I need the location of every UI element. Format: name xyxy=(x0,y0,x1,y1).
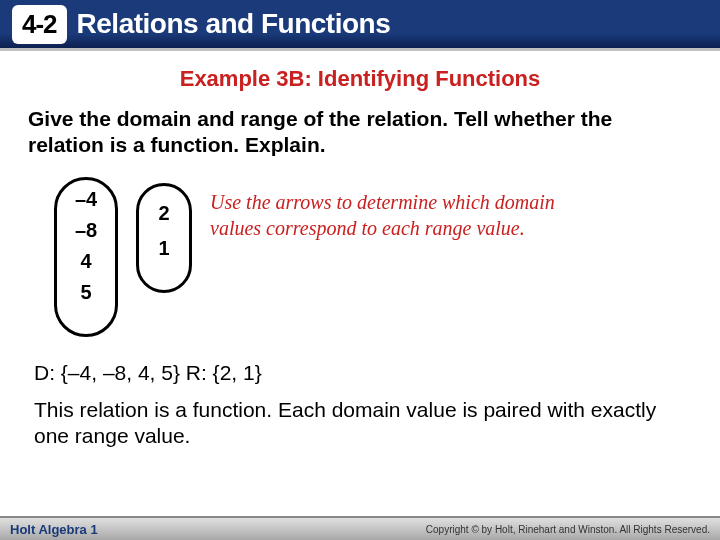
range-value: 1 xyxy=(158,237,169,260)
domain-range-answer: D: {–4, –8, 4, 5} R: {2, 1} xyxy=(28,361,692,385)
range-value: 2 xyxy=(158,202,169,225)
domain-value: –4 xyxy=(75,188,97,211)
header-bar: 4-2 Relations and Functions xyxy=(0,0,720,48)
slide-content: Example 3B: Identifying Functions Give t… xyxy=(0,48,720,449)
footer-bar: Holt Algebra 1 Copyright © by Holt, Rine… xyxy=(0,516,720,540)
range-oval: 2 1 xyxy=(136,183,192,293)
footer-copyright: Copyright © by Holt, Rinehart and Winsto… xyxy=(426,524,710,535)
section-number-badge: 4-2 xyxy=(12,5,67,44)
header-title: Relations and Functions xyxy=(77,8,391,40)
problem-prompt: Give the domain and range of the relatio… xyxy=(28,106,692,159)
domain-oval: –4 –8 4 5 xyxy=(54,177,118,337)
domain-value: 4 xyxy=(80,250,91,273)
explanation-text: This relation is a function. Each domain… xyxy=(28,397,692,450)
hint-text: Use the arrows to determine which domain… xyxy=(210,189,590,241)
domain-value: 5 xyxy=(80,281,91,304)
mapping-diagram: –4 –8 4 5 2 1 Use the arrows to determin… xyxy=(28,177,692,337)
footer-brand: Holt Algebra 1 xyxy=(10,522,98,537)
example-title: Example 3B: Identifying Functions xyxy=(28,66,692,92)
domain-value: –8 xyxy=(75,219,97,242)
